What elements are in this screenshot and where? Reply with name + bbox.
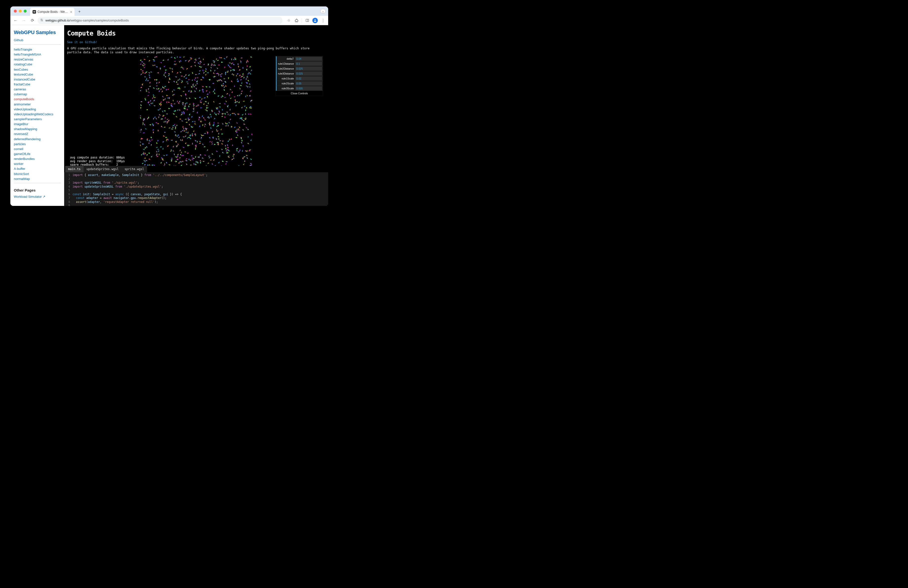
extensions-icon[interactable] [293, 17, 300, 24]
line-number: 1 [64, 173, 72, 177]
gui-value-input[interactable]: 0.02 [295, 77, 322, 81]
nav-item-videoUploadingWebCodecs[interactable]: videoUploadingWebCodecs [14, 112, 53, 116]
nav-item-renderBundles[interactable]: renderBundles [14, 157, 35, 161]
gui-row-deltaT: deltaT0.04 [276, 56, 323, 61]
code-body[interactable]: 1import { assert, makeSample, SampleInit… [64, 172, 328, 206]
nav-item-texturedCube[interactable]: texturedCube [14, 72, 33, 76]
nav-item-reversedZ[interactable]: reversedZ [14, 132, 28, 136]
gui-label: deltaT [277, 57, 295, 60]
code-tab-updateSprites-wgsl[interactable]: updateSprites.wgsl [84, 166, 122, 172]
svg-rect-4 [306, 19, 308, 22]
bookmark-icon[interactable]: ☆ [285, 17, 292, 24]
tab-close-icon[interactable]: × [70, 10, 72, 14]
code-line: 3import spriteWGSL from './sprite.wgsl'; [64, 181, 328, 185]
nav-item-animometer[interactable]: animometer [14, 102, 31, 106]
reload-button[interactable]: ⟳ [29, 17, 35, 24]
demo-area: avg compute pass duration: 886µs avg ren… [67, 56, 325, 168]
gui-label: rule3Distance [277, 72, 295, 75]
page-description: A GPU compute particle simulation that m… [67, 47, 319, 54]
gui-value-input[interactable]: 0.005 [295, 86, 322, 90]
gui-row-rule2Distance: rule2Distance0.025 [276, 66, 323, 71]
nav-item-gameOfLife[interactable]: gameOfLife [14, 152, 31, 156]
nav-item-cubemap[interactable]: cubemap [14, 92, 27, 96]
gui-value-input[interactable]: 0.025 [295, 72, 322, 76]
gui-value-input[interactable]: 0.025 [295, 67, 322, 71]
line-number: 9 [64, 204, 72, 206]
line-number: 4 [64, 185, 72, 189]
nav-item-A-buffer[interactable]: A-buffer [14, 167, 25, 171]
gui-row-rule2Scale: rule2Scale0.05 [276, 81, 323, 86]
toolbar-separator [302, 18, 302, 23]
nav-item-shadowMapping[interactable]: shadowMapping [14, 127, 37, 131]
workload-simulator-link[interactable]: Workload Simulator ↗ [14, 195, 45, 198]
controls-panel: deltaT0.04rule1Distance0.1rule2Distance0… [276, 56, 323, 96]
sidebar-separator-2 [14, 183, 61, 183]
url-text: webgpu.github.io/webgpu-samples/samples/… [45, 19, 129, 22]
back-button[interactable]: ← [12, 17, 19, 24]
nav-item-fractalCube[interactable]: fractalCube [14, 82, 30, 86]
see-on-github-link[interactable]: See it on Github! [67, 40, 325, 44]
nav-item-cameras[interactable]: cameras [14, 87, 26, 91]
line-number: 8 [64, 200, 72, 204]
favicon-icon: W [32, 10, 36, 14]
code-viewer: main.tsupdateSprites.wgslsprite.wgsl 1im… [64, 166, 328, 206]
site-info-icon[interactable] [40, 18, 43, 23]
tab-overflow-button[interactable]: ⌄ [320, 9, 326, 13]
gui-value-input[interactable]: 0.04 [295, 57, 322, 61]
kebab-menu-icon[interactable]: ⋮ [320, 17, 326, 24]
line-number: 6 [64, 193, 72, 197]
nav-item-particles[interactable]: particles [14, 142, 26, 146]
nav-item-instancedCube[interactable]: instancedCube [14, 77, 35, 81]
line-number: 5 [64, 188, 72, 193]
svg-point-6 [315, 19, 316, 21]
nav-item-worker[interactable]: worker [14, 162, 23, 166]
gui-label: rule2Scale [277, 82, 295, 85]
nav-item-helloTriangleMSAA[interactable]: helloTriangleMSAA [14, 53, 41, 56]
nav-item-videoUploading[interactable]: videoUploading [14, 107, 36, 111]
code-tab-main-ts[interactable]: main.ts [65, 166, 84, 172]
nav-item-rotatingCube[interactable]: rotatingCube [14, 63, 32, 66]
forward-button[interactable]: → [21, 17, 27, 24]
side-panel-icon[interactable] [304, 17, 311, 24]
nav-item-resizeCanvas[interactable]: resizeCanvas [14, 58, 33, 61]
nav-item-bitonicSort[interactable]: bitonicSort [14, 172, 29, 176]
gui-value-input[interactable]: 0.05 [295, 81, 322, 85]
nav-item-deferredRendering[interactable]: deferredRendering [14, 137, 40, 141]
tab-strip: W Compute Boids - WebGPU S × + ⌄ [10, 6, 328, 16]
gui-label: rule1Scale [277, 77, 295, 80]
github-link[interactable]: Github [14, 38, 61, 42]
browser-toolbar: ← → ⟳ webgpu.github.io/webgpu-samples/sa… [10, 16, 328, 25]
tab-title: Compute Boids - WebGPU S [37, 10, 69, 14]
code-line: 5 [64, 188, 328, 193]
code-tab-sprite-wgsl[interactable]: sprite.wgsl [122, 166, 147, 172]
code-line: 7 const adapter = await navigator.gpu.re… [64, 196, 328, 200]
page-title: Compute Boids [67, 30, 325, 37]
nav-item-helloTriangle[interactable]: helloTriangle [14, 48, 32, 52]
nav-item-computeBoids[interactable]: computeBoids [14, 97, 34, 101]
boids-canvas[interactable] [140, 56, 253, 169]
code-line: 9 [64, 204, 328, 206]
close-window-button[interactable] [14, 10, 17, 13]
address-bar[interactable]: webgpu.github.io/webgpu-samples/samples/… [37, 17, 283, 24]
code-line: 6const init: SampleInit = async ({ canva… [64, 193, 328, 197]
window-controls [14, 10, 27, 13]
gui-row-rule3Distance: rule3Distance0.025 [276, 71, 323, 76]
profile-button[interactable] [312, 17, 318, 24]
sidebar-separator [14, 44, 61, 45]
line-number: 7 [64, 196, 72, 200]
gui-value-input[interactable]: 0.1 [295, 62, 322, 66]
nav-item-twoCubes[interactable]: twoCubes [14, 68, 28, 71]
svg-point-3 [42, 21, 42, 21]
nav-item-imageBlur[interactable]: imageBlur [14, 122, 28, 126]
browser-tab[interactable]: W Compute Boids - WebGPU S × [30, 8, 74, 16]
toolbar-actions: ☆ ⋮ [285, 17, 326, 24]
nav-item-normalMap[interactable]: normalMap [14, 177, 30, 181]
new-tab-button[interactable]: + [76, 9, 82, 14]
close-controls-button[interactable]: Close Controls [276, 91, 323, 96]
maximize-window-button[interactable] [24, 10, 27, 13]
gui-row-rule1Scale: rule1Scale0.02 [276, 76, 323, 81]
nav-item-samplerParameters[interactable]: samplerParameters [14, 117, 42, 121]
nav-item-cornell[interactable]: cornell [14, 147, 23, 151]
code-line: 1import { assert, makeSample, SampleInit… [64, 173, 328, 177]
minimize-window-button[interactable] [19, 10, 22, 13]
